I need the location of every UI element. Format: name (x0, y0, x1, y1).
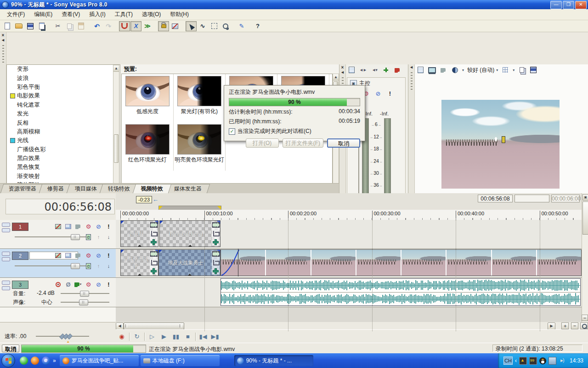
track-level-slider[interactable] (15, 236, 87, 237)
make-composited-parent-icon[interactable] (105, 233, 112, 241)
insert-fx-icon[interactable] (393, 66, 401, 74)
generated-media-icon[interactable] (212, 251, 220, 257)
timeline-horizontal-scrollbar[interactable]: ◀ ▶ (116, 322, 588, 330)
collapse-panel-icon[interactable]: ◄ (409, 65, 413, 69)
video-fx-item[interactable]: 广播级色彩 (7, 145, 120, 154)
bypass-motion-blur-icon[interactable] (55, 223, 62, 230)
cursor-time-field[interactable]: 00:06:56:08 (478, 195, 513, 202)
menu-item[interactable]: 查看(V) (57, 9, 84, 20)
transport-go-to-end[interactable]: ▶▮ (209, 331, 221, 342)
open-folder-button[interactable]: 打开文件夹(F) (283, 138, 323, 148)
fade-handle[interactable] (188, 272, 192, 276)
toolbar-whats-this-help[interactable] (252, 21, 263, 31)
messenger-icon[interactable] (20, 356, 28, 365)
audio-event[interactable] (220, 278, 581, 306)
transport-record[interactable]: ◉ (116, 331, 128, 342)
timeline-ruler[interactable]: 00:00:00:0000:00:10:0000:00:20:0000:00:3… (116, 210, 582, 220)
slider-knob[interactable] (79, 299, 88, 305)
scroll-up-icon[interactable]: ▲ (333, 74, 339, 80)
close-panel-icon[interactable]: × (2, 33, 5, 37)
split-screen-icon[interactable] (451, 66, 459, 74)
video-fx-item[interactable]: 变形 (7, 65, 120, 74)
downmix-output-icon[interactable] (359, 66, 367, 74)
timeline-marker[interactable]: -0:23 (136, 196, 152, 203)
track-motion-icon[interactable] (65, 252, 72, 259)
toolbar-cut[interactable] (52, 21, 63, 31)
bypass-motion-blur-icon[interactable] (55, 252, 62, 259)
solo-icon[interactable] (105, 252, 112, 259)
track-fx-icon[interactable] (75, 281, 82, 288)
solo-icon[interactable] (105, 281, 112, 288)
make-composited-child-icon[interactable] (95, 233, 102, 241)
menu-item[interactable]: 插入(I) (85, 9, 109, 20)
vertical-zoom-out-button[interactable]: − (582, 315, 588, 321)
video-fx-item[interactable]: 光线 (7, 136, 120, 145)
preset-item[interactable]: 聚光灯(有羽化) (174, 74, 226, 122)
collapse-panel-icon[interactable]: ◄ (340, 70, 345, 75)
taskbar-window-button[interactable]: 罗马全面战争吧_贴... (60, 355, 139, 366)
qq-tray-icon[interactable] (539, 357, 546, 364)
insert-bus-icon[interactable] (382, 66, 390, 74)
fade-handle[interactable] (188, 243, 192, 247)
toolbar-selection-edit-tool[interactable] (209, 21, 220, 31)
toolbar-normal-edit-tool[interactable] (186, 21, 197, 31)
split-screen-dropdown-icon[interactable]: ▾ (462, 68, 464, 72)
language-indicator[interactable]: CH (503, 356, 513, 365)
dock-tab[interactable]: 视频特效 (133, 184, 171, 193)
zoom-in-time-button[interactable]: ＋ (561, 322, 569, 329)
preview-quality-select[interactable]: 较好 (自动) (467, 66, 498, 74)
video-fx-item[interactable]: 渐变映射 (7, 172, 120, 181)
scrollbar-thumb[interactable] (582, 201, 588, 235)
transport-play[interactable]: ▶ (158, 331, 170, 342)
toolbar-auto-crossfade[interactable] (130, 21, 141, 31)
timeline-vertical-scrollbar[interactable]: ▣ (582, 193, 588, 322)
event-fx-icon[interactable] (151, 239, 157, 245)
scroll-right-icon[interactable]: ▶ (548, 322, 555, 330)
scroll-left-icon[interactable]: ◀ (116, 322, 124, 330)
automation-settings-icon[interactable] (85, 281, 92, 288)
dim-output-icon[interactable] (370, 66, 379, 74)
track-fx-icon[interactable] (75, 252, 82, 259)
toolbar-open[interactable] (13, 21, 24, 31)
fade-handle[interactable] (138, 243, 141, 247)
volume-slider[interactable] (61, 293, 109, 294)
cancel-render-button[interactable]: 取消 (327, 138, 360, 148)
selection-start-field[interactable] (514, 195, 549, 202)
slider-knob[interactable] (80, 291, 89, 297)
video-fx-item[interactable]: 电影效果 (7, 92, 120, 100)
track-level-slider[interactable] (15, 265, 87, 266)
dock-tab[interactable]: 资源管理器 (0, 184, 45, 193)
grid-overlay-icon[interactable] (501, 66, 509, 74)
track-header-2[interactable]: 2 (0, 249, 116, 278)
event-pan-crop-icon[interactable] (151, 231, 157, 236)
make-composited-parent-icon[interactable] (105, 262, 112, 270)
compositing-mode-icon[interactable] (85, 233, 92, 241)
timeline-time-display[interactable]: 00:06:56:08 (6, 199, 115, 214)
internet-explorer-icon[interactable] (42, 356, 50, 365)
solo-icon[interactable] (105, 223, 112, 230)
quick-launch-overflow-icon[interactable]: » (53, 357, 56, 364)
mute-icon[interactable] (95, 223, 102, 230)
slider-knob[interactable] (71, 263, 80, 269)
track-fx-icon[interactable] (75, 223, 82, 230)
restore-button[interactable]: ❐ (563, 1, 574, 9)
toolbar-copy[interactable] (64, 21, 75, 31)
preset-item[interactable]: 红色环境聚光灯 (122, 122, 174, 171)
track-lane-3[interactable] (116, 278, 582, 307)
toolbar-new-project[interactable] (2, 21, 13, 31)
preset-item[interactable]: 明亮黄色环境聚光灯 (174, 122, 226, 171)
mute-icon[interactable] (95, 252, 102, 259)
make-composited-child-icon[interactable] (95, 262, 102, 270)
toolbar-pen-tool[interactable] (236, 21, 247, 31)
transport-stop[interactable]: ■ (182, 331, 194, 342)
download-tray-icon[interactable] (529, 357, 537, 365)
track-lane-2[interactable]: 罗马全面战争 埃及大战象勇士 (116, 249, 582, 278)
edit-cursor[interactable] (238, 249, 238, 276)
taskbar-window-button[interactable]: 90% - 无标题 * - ... (234, 355, 313, 366)
event-fx-icon[interactable] (213, 239, 219, 245)
toolbar-ignore-grouping[interactable] (170, 21, 181, 31)
generated-media-icon[interactable] (150, 251, 158, 257)
preview-properties-icon[interactable] (416, 66, 424, 74)
track-view-toggle-icon[interactable]: ▣ (582, 194, 588, 201)
preset-item[interactable]: 低感光度 (122, 74, 174, 122)
